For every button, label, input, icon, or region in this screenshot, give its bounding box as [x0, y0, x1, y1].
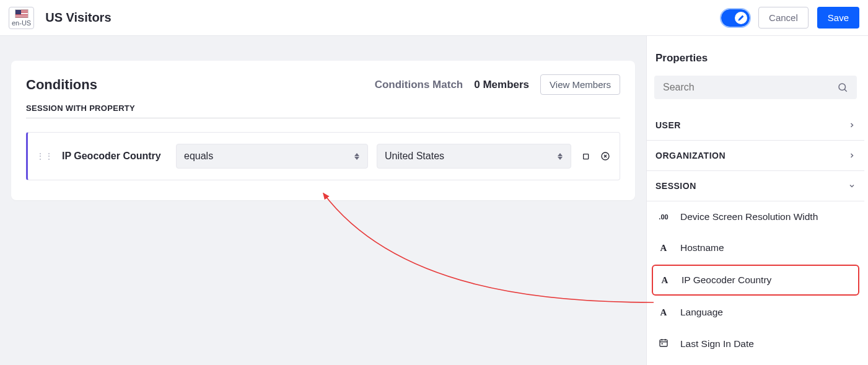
header-actions: Cancel Save — [721, 7, 859, 29]
select-caret-icon — [354, 153, 360, 160]
group-session[interactable]: SESSION — [647, 171, 864, 201]
drag-handle-icon[interactable]: ⋮⋮ — [37, 152, 53, 160]
text-type-icon: A — [659, 275, 670, 286]
group-organization-label: ORGANIZATION — [655, 151, 726, 161]
conditions-card: Conditions Conditions Match 0 Members Vi… — [11, 61, 635, 200]
main-content: Conditions Conditions Match 0 Members Vi… — [0, 36, 646, 365]
number-type-icon: .00 — [658, 213, 669, 221]
value-select[interactable]: United States — [377, 144, 571, 169]
chevron-right-icon — [848, 121, 856, 129]
value-text: United States — [385, 151, 444, 162]
svg-rect-3 — [660, 340, 667, 346]
svg-rect-0 — [584, 154, 589, 159]
toggle-knob — [735, 12, 747, 24]
body-row: Conditions Conditions Match 0 Members Vi… — [0, 36, 868, 365]
group-user-label: USER — [655, 120, 681, 130]
flag-us-icon — [15, 9, 28, 18]
group-organization[interactable]: ORGANIZATION — [647, 141, 864, 171]
properties-title: Properties — [647, 52, 864, 76]
session-properties-list: .00 Device Screen Resolution Width A Hos… — [647, 201, 864, 359]
text-type-icon: A — [658, 307, 669, 318]
property-item[interactable]: A Hostname — [647, 232, 864, 263]
conditions-title: Conditions — [26, 77, 97, 93]
duplicate-button[interactable] — [580, 151, 591, 162]
svg-rect-4 — [662, 343, 663, 345]
property-label: IP Geocoder Country — [682, 275, 771, 286]
operator-select[interactable]: equals — [176, 144, 368, 169]
chevron-right-icon — [848, 152, 856, 159]
properties-panel: Properties USER ORGANIZATION — [646, 36, 868, 365]
close-circle-icon — [600, 151, 610, 161]
pencil-icon — [738, 14, 745, 21]
copy-icon — [581, 151, 590, 161]
search-input[interactable] — [663, 82, 837, 93]
page-title: US Visitors — [45, 11, 721, 25]
calendar-icon — [659, 338, 669, 348]
property-item[interactable]: A Language — [647, 297, 864, 328]
property-label: Hostname — [680, 242, 724, 253]
condition-property-label: IP Geocoder Country — [62, 151, 167, 162]
property-label: Language — [680, 307, 723, 318]
search-icon — [837, 82, 848, 93]
locale-badge[interactable]: en-US — [9, 7, 34, 29]
property-label: Device Screen Resolution Width — [680, 211, 818, 222]
delete-button[interactable] — [600, 151, 611, 162]
active-toggle[interactable] — [721, 9, 750, 27]
view-members-button[interactable]: View Members — [540, 74, 620, 95]
locale-code: en-US — [12, 19, 31, 27]
group-session-label: SESSION — [655, 181, 696, 191]
property-item[interactable]: Last Sign In Date — [647, 328, 864, 359]
conditions-header-right: Conditions Match 0 Members View Members — [375, 74, 620, 95]
property-item-highlighted[interactable]: A IP Geocoder Country — [652, 265, 859, 296]
operator-value: equals — [184, 151, 213, 162]
condition-row: ⋮⋮ IP Geocoder Country equals United Sta… — [26, 132, 620, 180]
svg-point-2 — [839, 84, 846, 90]
conditions-match-label: Conditions Match — [375, 79, 463, 91]
page-header: en-US US Visitors Cancel Save — [0, 0, 868, 36]
conditions-card-header: Conditions Conditions Match 0 Members Vi… — [26, 74, 620, 95]
conditions-match-count: 0 Members — [474, 79, 529, 91]
property-item[interactable]: .00 Device Screen Resolution Width — [647, 201, 864, 232]
chevron-down-icon — [848, 182, 856, 190]
save-button[interactable]: Save — [817, 7, 859, 29]
property-label: Last Sign In Date — [680, 338, 754, 350]
text-type-icon: A — [658, 243, 669, 253]
properties-search[interactable] — [654, 76, 857, 99]
section-label: SESSION WITH PROPERTY — [26, 103, 620, 118]
date-type-icon — [658, 338, 669, 350]
cancel-button[interactable]: Cancel — [758, 7, 809, 29]
select-caret-icon — [557, 153, 563, 160]
group-user[interactable]: USER — [647, 110, 864, 141]
